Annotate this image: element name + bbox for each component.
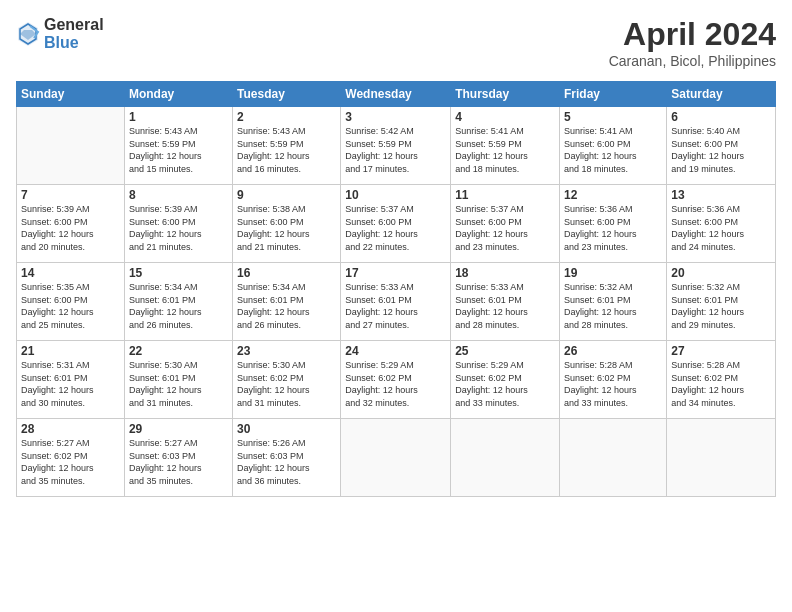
header-row: Sunday Monday Tuesday Wednesday Thursday… <box>17 82 776 107</box>
day-info: Sunrise: 5:34 AM Sunset: 6:01 PM Dayligh… <box>129 281 228 331</box>
day-cell: 7Sunrise: 5:39 AM Sunset: 6:00 PM Daylig… <box>17 185 125 263</box>
day-cell: 22Sunrise: 5:30 AM Sunset: 6:01 PM Dayli… <box>124 341 232 419</box>
day-cell: 8Sunrise: 5:39 AM Sunset: 6:00 PM Daylig… <box>124 185 232 263</box>
day-number: 5 <box>564 110 662 124</box>
logo: General Blue <box>16 16 104 51</box>
day-number: 14 <box>21 266 120 280</box>
day-number: 12 <box>564 188 662 202</box>
day-number: 11 <box>455 188 555 202</box>
day-cell: 11Sunrise: 5:37 AM Sunset: 6:00 PM Dayli… <box>451 185 560 263</box>
day-info: Sunrise: 5:30 AM Sunset: 6:01 PM Dayligh… <box>129 359 228 409</box>
day-info: Sunrise: 5:43 AM Sunset: 5:59 PM Dayligh… <box>129 125 228 175</box>
day-number: 13 <box>671 188 771 202</box>
day-cell: 17Sunrise: 5:33 AM Sunset: 6:01 PM Dayli… <box>341 263 451 341</box>
day-cell: 19Sunrise: 5:32 AM Sunset: 6:01 PM Dayli… <box>560 263 667 341</box>
day-cell: 6Sunrise: 5:40 AM Sunset: 6:00 PM Daylig… <box>667 107 776 185</box>
day-cell <box>341 419 451 497</box>
day-cell: 9Sunrise: 5:38 AM Sunset: 6:00 PM Daylig… <box>233 185 341 263</box>
day-number: 30 <box>237 422 336 436</box>
header-tuesday: Tuesday <box>233 82 341 107</box>
day-number: 25 <box>455 344 555 358</box>
day-info: Sunrise: 5:43 AM Sunset: 5:59 PM Dayligh… <box>237 125 336 175</box>
day-cell: 13Sunrise: 5:36 AM Sunset: 6:00 PM Dayli… <box>667 185 776 263</box>
day-info: Sunrise: 5:37 AM Sunset: 6:00 PM Dayligh… <box>345 203 446 253</box>
day-number: 4 <box>455 110 555 124</box>
day-cell: 25Sunrise: 5:29 AM Sunset: 6:02 PM Dayli… <box>451 341 560 419</box>
day-info: Sunrise: 5:38 AM Sunset: 6:00 PM Dayligh… <box>237 203 336 253</box>
day-info: Sunrise: 5:26 AM Sunset: 6:03 PM Dayligh… <box>237 437 336 487</box>
day-cell: 16Sunrise: 5:34 AM Sunset: 6:01 PM Dayli… <box>233 263 341 341</box>
day-cell <box>17 107 125 185</box>
week-row-4: 28Sunrise: 5:27 AM Sunset: 6:02 PM Dayli… <box>17 419 776 497</box>
day-cell: 5Sunrise: 5:41 AM Sunset: 6:00 PM Daylig… <box>560 107 667 185</box>
day-info: Sunrise: 5:41 AM Sunset: 5:59 PM Dayligh… <box>455 125 555 175</box>
day-cell: 18Sunrise: 5:33 AM Sunset: 6:01 PM Dayli… <box>451 263 560 341</box>
logo-blue-text: Blue <box>44 34 104 52</box>
day-cell <box>560 419 667 497</box>
day-number: 16 <box>237 266 336 280</box>
day-cell: 20Sunrise: 5:32 AM Sunset: 6:01 PM Dayli… <box>667 263 776 341</box>
day-number: 28 <box>21 422 120 436</box>
day-cell: 27Sunrise: 5:28 AM Sunset: 6:02 PM Dayli… <box>667 341 776 419</box>
location: Caranan, Bicol, Philippines <box>609 53 776 69</box>
day-number: 15 <box>129 266 228 280</box>
header-thursday: Thursday <box>451 82 560 107</box>
logo-text: General Blue <box>44 16 104 51</box>
week-row-1: 7Sunrise: 5:39 AM Sunset: 6:00 PM Daylig… <box>17 185 776 263</box>
day-cell: 26Sunrise: 5:28 AM Sunset: 6:02 PM Dayli… <box>560 341 667 419</box>
day-number: 23 <box>237 344 336 358</box>
day-info: Sunrise: 5:32 AM Sunset: 6:01 PM Dayligh… <box>564 281 662 331</box>
day-info: Sunrise: 5:37 AM Sunset: 6:00 PM Dayligh… <box>455 203 555 253</box>
week-row-2: 14Sunrise: 5:35 AM Sunset: 6:00 PM Dayli… <box>17 263 776 341</box>
day-info: Sunrise: 5:32 AM Sunset: 6:01 PM Dayligh… <box>671 281 771 331</box>
day-info: Sunrise: 5:29 AM Sunset: 6:02 PM Dayligh… <box>345 359 446 409</box>
month-title: April 2024 <box>609 16 776 53</box>
header-saturday: Saturday <box>667 82 776 107</box>
day-info: Sunrise: 5:36 AM Sunset: 6:00 PM Dayligh… <box>671 203 771 253</box>
day-number: 1 <box>129 110 228 124</box>
day-cell <box>667 419 776 497</box>
day-cell: 15Sunrise: 5:34 AM Sunset: 6:01 PM Dayli… <box>124 263 232 341</box>
day-number: 6 <box>671 110 771 124</box>
day-info: Sunrise: 5:41 AM Sunset: 6:00 PM Dayligh… <box>564 125 662 175</box>
day-number: 17 <box>345 266 446 280</box>
day-number: 22 <box>129 344 228 358</box>
day-number: 7 <box>21 188 120 202</box>
day-number: 8 <box>129 188 228 202</box>
day-info: Sunrise: 5:28 AM Sunset: 6:02 PM Dayligh… <box>671 359 771 409</box>
day-cell: 2Sunrise: 5:43 AM Sunset: 5:59 PM Daylig… <box>233 107 341 185</box>
day-number: 20 <box>671 266 771 280</box>
day-number: 21 <box>21 344 120 358</box>
day-cell: 3Sunrise: 5:42 AM Sunset: 5:59 PM Daylig… <box>341 107 451 185</box>
week-row-0: 1Sunrise: 5:43 AM Sunset: 5:59 PM Daylig… <box>17 107 776 185</box>
day-cell: 4Sunrise: 5:41 AM Sunset: 5:59 PM Daylig… <box>451 107 560 185</box>
day-cell: 29Sunrise: 5:27 AM Sunset: 6:03 PM Dayli… <box>124 419 232 497</box>
calendar-body: 1Sunrise: 5:43 AM Sunset: 5:59 PM Daylig… <box>17 107 776 497</box>
day-info: Sunrise: 5:33 AM Sunset: 6:01 PM Dayligh… <box>345 281 446 331</box>
day-info: Sunrise: 5:36 AM Sunset: 6:00 PM Dayligh… <box>564 203 662 253</box>
day-cell: 10Sunrise: 5:37 AM Sunset: 6:00 PM Dayli… <box>341 185 451 263</box>
day-info: Sunrise: 5:28 AM Sunset: 6:02 PM Dayligh… <box>564 359 662 409</box>
day-info: Sunrise: 5:31 AM Sunset: 6:01 PM Dayligh… <box>21 359 120 409</box>
day-info: Sunrise: 5:29 AM Sunset: 6:02 PM Dayligh… <box>455 359 555 409</box>
day-info: Sunrise: 5:27 AM Sunset: 6:03 PM Dayligh… <box>129 437 228 487</box>
day-number: 24 <box>345 344 446 358</box>
calendar-table: Sunday Monday Tuesday Wednesday Thursday… <box>16 81 776 497</box>
calendar-header: Sunday Monday Tuesday Wednesday Thursday… <box>17 82 776 107</box>
header-friday: Friday <box>560 82 667 107</box>
title-section: April 2024 Caranan, Bicol, Philippines <box>609 16 776 69</box>
header-wednesday: Wednesday <box>341 82 451 107</box>
day-info: Sunrise: 5:34 AM Sunset: 6:01 PM Dayligh… <box>237 281 336 331</box>
day-info: Sunrise: 5:35 AM Sunset: 6:00 PM Dayligh… <box>21 281 120 331</box>
day-cell: 21Sunrise: 5:31 AM Sunset: 6:01 PM Dayli… <box>17 341 125 419</box>
day-cell: 23Sunrise: 5:30 AM Sunset: 6:02 PM Dayli… <box>233 341 341 419</box>
day-cell: 28Sunrise: 5:27 AM Sunset: 6:02 PM Dayli… <box>17 419 125 497</box>
day-info: Sunrise: 5:39 AM Sunset: 6:00 PM Dayligh… <box>129 203 228 253</box>
day-number: 27 <box>671 344 771 358</box>
header: General Blue April 2024 Caranan, Bicol, … <box>16 16 776 69</box>
day-number: 3 <box>345 110 446 124</box>
day-info: Sunrise: 5:39 AM Sunset: 6:00 PM Dayligh… <box>21 203 120 253</box>
day-info: Sunrise: 5:42 AM Sunset: 5:59 PM Dayligh… <box>345 125 446 175</box>
day-number: 26 <box>564 344 662 358</box>
day-cell: 12Sunrise: 5:36 AM Sunset: 6:00 PM Dayli… <box>560 185 667 263</box>
